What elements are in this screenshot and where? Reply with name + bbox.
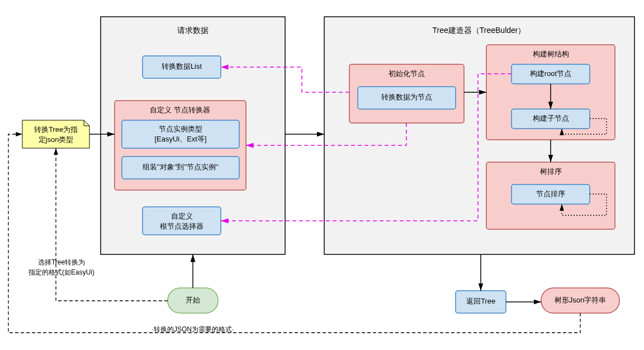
convert-json-l1: 转换Tree为指: [34, 125, 78, 134]
custom-converter-title: 自定义 节点转换器: [150, 106, 210, 114]
init-node-title: 初始化节点: [389, 69, 425, 78]
node-sort-label: 节点排序: [536, 190, 565, 198]
root-selector-l2: 根节点选择器: [160, 222, 203, 230]
convert-json-note: [22, 120, 89, 148]
build-child-label: 构建子节点: [532, 114, 569, 122]
root-selector-l1: 自定义: [171, 212, 193, 220]
root-selector-box: [143, 207, 221, 235]
tree-json-string-label: 树形Json字符串: [555, 296, 606, 304]
tree-sort-title: 树排序: [540, 167, 562, 176]
diagram-canvas: 请求数据 Tree建造器（TreeBulder） 转换数据List 自定义 节点…: [0, 0, 644, 350]
convert-data-list-label: 转换数据List: [162, 62, 202, 70]
node-instance-type-l2: [EasyUi、Ext等]: [154, 135, 206, 143]
build-tree-title: 构建树结构: [532, 50, 569, 58]
assemble-object-label: 组装"对象"到"节点实例": [143, 163, 219, 171]
node-instance-type-l1: 节点实例类型: [159, 125, 202, 133]
start-label: 开始: [186, 296, 200, 304]
tree-builder-title: Tree建造器（TreeBulder）: [432, 26, 525, 35]
label-select-tree-l1: 选择Tree转换为: [38, 258, 85, 266]
label-json-format: ·转换的JSON为需要的格式·: [152, 325, 234, 333]
label-select-tree-l2: 指定的格式(如EasyUi): [28, 268, 94, 276]
convert-to-node-label: 转换数据为节点: [381, 93, 432, 101]
convert-json-l2: 定json类型: [39, 135, 74, 144]
build-root-label: 构建root节点: [529, 69, 571, 78]
return-tree-label: 返回Tree: [466, 297, 495, 305]
request-data-title: 请求数据: [177, 26, 209, 35]
